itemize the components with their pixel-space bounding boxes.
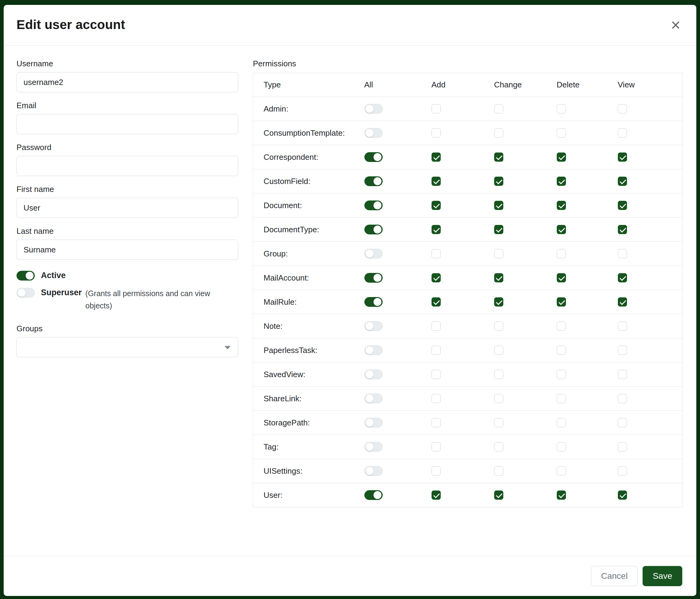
permission-add-checkbox[interactable] bbox=[431, 297, 441, 307]
permission-delete-checkbox[interactable] bbox=[557, 104, 566, 113]
permission-change-checkbox[interactable] bbox=[494, 177, 503, 186]
permission-view-checkbox[interactable] bbox=[618, 128, 627, 138]
permission-all-toggle[interactable] bbox=[364, 224, 383, 234]
permission-view-checkbox[interactable] bbox=[618, 225, 627, 234]
permission-all-toggle[interactable] bbox=[364, 345, 383, 355]
permission-all-toggle[interactable] bbox=[364, 273, 383, 283]
permission-view-checkbox[interactable] bbox=[618, 370, 627, 379]
permission-add-checkbox[interactable] bbox=[431, 201, 441, 210]
permission-add-checkbox[interactable] bbox=[431, 418, 441, 427]
permission-all-toggle[interactable] bbox=[364, 490, 383, 500]
permission-delete-checkbox[interactable] bbox=[557, 370, 566, 379]
permission-change-checkbox[interactable] bbox=[494, 273, 503, 282]
permission-all-toggle[interactable] bbox=[364, 128, 383, 138]
permission-add-checkbox[interactable] bbox=[431, 273, 441, 282]
permission-add-checkbox[interactable] bbox=[431, 104, 441, 113]
permission-change-checkbox[interactable] bbox=[494, 418, 503, 427]
permission-change-checkbox[interactable] bbox=[494, 128, 503, 138]
permission-view-checkbox[interactable] bbox=[618, 490, 627, 500]
cancel-button[interactable]: Cancel bbox=[591, 566, 638, 586]
permission-all-toggle[interactable] bbox=[364, 104, 383, 114]
permission-delete-checkbox[interactable] bbox=[557, 394, 566, 403]
permission-delete-checkbox[interactable] bbox=[557, 273, 566, 282]
permission-all-toggle[interactable] bbox=[364, 393, 383, 403]
permission-add-checkbox[interactable] bbox=[431, 249, 441, 258]
permission-all-toggle[interactable] bbox=[364, 369, 383, 379]
first-name-input[interactable] bbox=[17, 198, 238, 218]
permission-all-toggle[interactable] bbox=[364, 200, 383, 210]
permission-all-toggle[interactable] bbox=[364, 442, 383, 452]
permission-change-checkbox[interactable] bbox=[494, 225, 503, 234]
permission-change-checkbox[interactable] bbox=[494, 201, 503, 210]
permission-change-checkbox[interactable] bbox=[494, 104, 503, 113]
permission-all-toggle[interactable] bbox=[364, 152, 383, 162]
last-name-input[interactable] bbox=[17, 240, 238, 260]
permission-delete-checkbox[interactable] bbox=[557, 152, 566, 162]
permission-view-checkbox[interactable] bbox=[618, 466, 627, 476]
permission-delete-checkbox[interactable] bbox=[557, 418, 566, 427]
permission-change-checkbox[interactable] bbox=[494, 442, 503, 451]
permission-delete-checkbox[interactable] bbox=[557, 249, 566, 258]
permission-view-checkbox[interactable] bbox=[618, 249, 627, 258]
permission-delete-checkbox[interactable] bbox=[557, 225, 566, 234]
permission-all-toggle[interactable] bbox=[364, 176, 383, 186]
permission-all-toggle[interactable] bbox=[364, 297, 383, 307]
permission-add-checkbox[interactable] bbox=[431, 370, 441, 379]
permission-all-toggle[interactable] bbox=[364, 418, 383, 428]
permission-add-checkbox[interactable] bbox=[431, 321, 441, 331]
username-input[interactable] bbox=[17, 72, 238, 92]
permission-add-checkbox[interactable] bbox=[431, 128, 441, 138]
permission-delete-checkbox[interactable] bbox=[557, 321, 566, 331]
permission-add-checkbox[interactable] bbox=[431, 152, 441, 162]
permission-add-checkbox[interactable] bbox=[431, 225, 441, 234]
permission-view-checkbox[interactable] bbox=[618, 418, 627, 427]
permission-change-checkbox[interactable] bbox=[494, 490, 503, 500]
permission-delete-checkbox[interactable] bbox=[557, 128, 566, 138]
permission-view-checkbox[interactable] bbox=[618, 152, 627, 162]
permission-add-checkbox[interactable] bbox=[431, 490, 441, 500]
save-button[interactable]: Save bbox=[643, 566, 682, 586]
permission-view-checkbox[interactable] bbox=[618, 104, 627, 113]
permission-view-checkbox[interactable] bbox=[618, 321, 627, 331]
permission-view-checkbox[interactable] bbox=[618, 394, 627, 403]
permission-view-checkbox[interactable] bbox=[618, 442, 627, 451]
permission-all-toggle[interactable] bbox=[364, 321, 383, 331]
groups-select[interactable] bbox=[17, 337, 238, 357]
permission-delete-checkbox[interactable] bbox=[557, 201, 566, 210]
permission-add-checkbox[interactable] bbox=[431, 394, 441, 403]
permission-delete-checkbox[interactable] bbox=[557, 177, 566, 186]
active-toggle[interactable] bbox=[17, 271, 35, 281]
permission-all-toggle[interactable] bbox=[364, 466, 383, 476]
permission-view-checkbox[interactable] bbox=[618, 297, 627, 307]
superuser-label: Superuser bbox=[41, 287, 82, 298]
permission-view-checkbox[interactable] bbox=[618, 273, 627, 282]
permission-add-checkbox[interactable] bbox=[431, 442, 441, 451]
permission-change-checkbox[interactable] bbox=[494, 466, 503, 476]
password-field[interactable] bbox=[17, 156, 238, 176]
permission-change-checkbox[interactable] bbox=[494, 394, 503, 403]
permission-change-checkbox[interactable] bbox=[494, 297, 503, 307]
permission-add-checkbox[interactable] bbox=[431, 346, 441, 355]
toggle-knob bbox=[18, 289, 26, 297]
email-field[interactable] bbox=[17, 114, 238, 134]
table-row: Tag: bbox=[253, 435, 683, 459]
permission-change-checkbox[interactable] bbox=[494, 321, 503, 331]
permission-delete-checkbox[interactable] bbox=[557, 297, 566, 307]
permission-change-checkbox[interactable] bbox=[494, 152, 503, 162]
close-icon[interactable]: × bbox=[669, 17, 682, 33]
permission-delete-checkbox[interactable] bbox=[557, 466, 566, 476]
permission-change-checkbox[interactable] bbox=[494, 249, 503, 258]
permission-add-checkbox[interactable] bbox=[431, 177, 441, 186]
permission-view-checkbox[interactable] bbox=[618, 177, 627, 186]
permission-change-checkbox[interactable] bbox=[494, 370, 503, 379]
permission-change-checkbox[interactable] bbox=[494, 346, 503, 355]
permission-all-toggle[interactable] bbox=[364, 249, 383, 259]
superuser-toggle[interactable] bbox=[17, 288, 35, 298]
permission-delete-checkbox[interactable] bbox=[557, 346, 566, 355]
permission-view-checkbox[interactable] bbox=[618, 201, 627, 210]
permission-view-checkbox[interactable] bbox=[618, 346, 627, 355]
permission-add-checkbox[interactable] bbox=[431, 466, 441, 476]
permission-delete-checkbox[interactable] bbox=[557, 490, 566, 500]
table-row: CustomField: bbox=[253, 169, 683, 193]
permission-delete-checkbox[interactable] bbox=[557, 442, 566, 451]
